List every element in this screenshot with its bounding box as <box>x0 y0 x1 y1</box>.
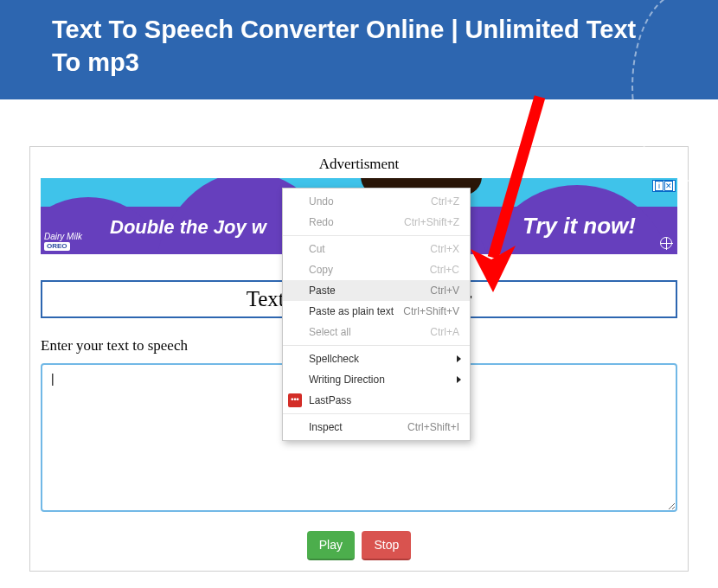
cm-undo[interactable]: Undo Ctrl+Z <box>283 191 470 212</box>
cm-inspect[interactable]: Inspect Ctrl+Shift+I <box>283 417 470 438</box>
cm-paste-plain[interactable]: Paste as plain text Ctrl+Shift+V <box>283 301 470 322</box>
ad-close-controls[interactable]: i ✕ <box>652 180 676 192</box>
cm-cut[interactable]: Cut Ctrl+X <box>283 239 470 259</box>
ad-text-left: Double the Joy w <box>110 216 266 239</box>
page-title: Text To Speech Converter Online | Unlimi… <box>52 14 666 79</box>
ad-text-right: Try it now! <box>522 213 636 240</box>
chevron-right-icon <box>457 355 461 362</box>
chevron-right-icon <box>457 376 461 383</box>
cm-select-all[interactable]: Select all Ctrl+A <box>283 322 470 342</box>
ad-label: Advertisment <box>41 156 677 173</box>
ad-close-icon[interactable]: ✕ <box>664 181 673 191</box>
cm-paste[interactable]: Paste Ctrl+V <box>283 280 470 301</box>
lastpass-icon: ••• <box>288 393 302 407</box>
cm-spellcheck[interactable]: Spellcheck <box>283 348 470 369</box>
page-header: Text To Speech Converter Online | Unlimi… <box>0 0 718 99</box>
cm-copy[interactable]: Copy Ctrl+C <box>283 259 470 280</box>
context-menu[interactable]: Undo Ctrl+Z Redo Ctrl+Shift+Z Cut Ctrl+X… <box>282 188 471 441</box>
ad-info-icon[interactable]: i <box>655 181 664 191</box>
play-button[interactable]: Play <box>307 531 355 560</box>
cm-writing-direction[interactable]: Writing Direction <box>283 369 470 390</box>
cm-redo[interactable]: Redo Ctrl+Shift+Z <box>283 212 470 233</box>
button-row: Play Stop <box>41 531 677 560</box>
cm-lastpass[interactable]: ••• LastPass <box>283 390 470 411</box>
ad-brand: Dairy Milk OREO <box>44 233 82 251</box>
stop-button[interactable]: Stop <box>362 531 411 560</box>
